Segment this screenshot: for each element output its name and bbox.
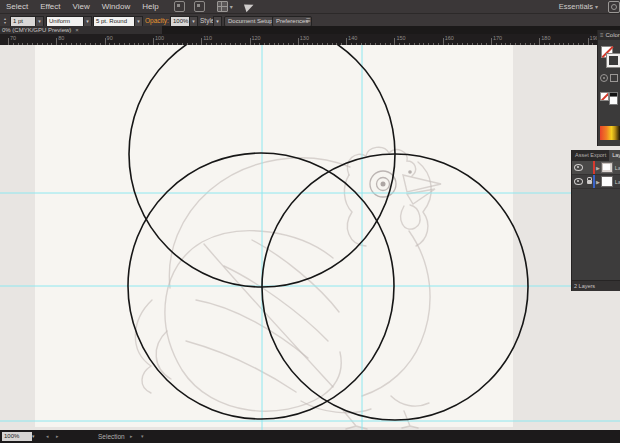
stroke-color-proxy[interactable]: [607, 54, 620, 67]
document-tab-title: 0% (CMYK/GPU Preview): [2, 26, 71, 34]
panel-menu-icon[interactable]: ≡: [600, 30, 604, 40]
stroke-weight-stepper[interactable]: ▴▾: [4, 16, 6, 25]
layers-count-status: 2 Layers: [572, 280, 620, 291]
ruler-label: 80: [58, 35, 64, 41]
disclosure-triangle-icon[interactable]: ▶: [596, 165, 600, 171]
visibility-eye-icon[interactable]: [574, 164, 583, 171]
status-bar: 100% ▾ ◂ ▸ Selection ▸ ▾: [0, 430, 620, 443]
canvas-svg: [0, 45, 620, 430]
ruler-label: 170: [493, 35, 502, 41]
control-bar: ▴▾ 1 pt ▾ Uniform ▾ 5 pt. Round ▾ Opacit…: [0, 13, 620, 27]
ruler-label: 150: [396, 35, 405, 41]
ruler-label: 90: [107, 35, 113, 41]
lock-cell[interactable]: [585, 180, 593, 184]
share-icon[interactable]: [244, 1, 255, 11]
workspace-switcher[interactable]: Essentials: [559, 2, 593, 11]
menubar: Select Effect View Window Help ▾ Essenti…: [0, 0, 620, 13]
ruler-label: 140: [348, 35, 357, 41]
color-panel-title: Color: [606, 30, 620, 40]
swap-colors-icon[interactable]: [610, 74, 618, 82]
layers-panel-tabs: Asset Export Layers: [572, 150, 620, 161]
artboard-next-icon[interactable]: ▸: [56, 433, 59, 439]
tab-close-icon[interactable]: ×: [75, 26, 79, 34]
artboard-canvas[interactable]: [0, 45, 620, 430]
layer-name[interactable]: Layer 2: [615, 179, 620, 185]
menu-select[interactable]: Select: [0, 0, 34, 13]
white-swatch[interactable]: [609, 96, 618, 105]
ruler[interactable]: 708090100110120130140150160170180190: [0, 34, 620, 45]
layer-name[interactable]: Layer 1: [615, 165, 620, 171]
workspace-caret-icon[interactable]: ▾: [595, 3, 598, 10]
color-spectrum-bar[interactable]: [600, 126, 620, 140]
bridge-icon[interactable]: [174, 1, 185, 12]
ruler-label: 160: [445, 35, 454, 41]
panel-menu-icon[interactable]: ≡: [306, 16, 311, 25]
tab-layers[interactable]: Layers: [609, 150, 620, 161]
ruler-label: 100: [155, 35, 164, 41]
arrange-documents-icon[interactable]: [217, 1, 228, 12]
ruler-label: 180: [541, 35, 550, 41]
status-menu-icon[interactable]: ▸: [130, 433, 133, 439]
layer-thumbnail[interactable]: [601, 162, 613, 173]
layer-thumbnail[interactable]: [601, 176, 613, 187]
document-tab[interactable]: 0% (CMYK/GPU Preview) ×: [0, 26, 162, 34]
ruler-label: 110: [203, 35, 212, 41]
color-panel: ≡ Color: [597, 30, 620, 146]
ruler-label: 130: [300, 35, 309, 41]
artboard-prev-icon[interactable]: ◂: [46, 433, 49, 439]
menu-help[interactable]: Help: [136, 0, 164, 13]
tab-asset-export[interactable]: Asset Export: [572, 150, 609, 161]
menu-effect[interactable]: Effect: [34, 0, 66, 13]
document-layout-icon[interactable]: [194, 1, 205, 12]
pencil-sketch-eye: [381, 182, 386, 187]
pencil-sketch-eye: [408, 170, 412, 174]
zoom-level-field[interactable]: 100%: [2, 432, 32, 441]
document-tab-bar: 0% (CMYK/GPU Preview) ×: [0, 26, 620, 34]
ruler-label: 70: [10, 35, 16, 41]
menu-window[interactable]: Window: [96, 0, 136, 13]
color-panel-header[interactable]: ≡ Color: [598, 30, 620, 40]
none-swatch[interactable]: [600, 92, 609, 101]
target-icon[interactable]: [600, 74, 608, 82]
layer-row-1[interactable]: ▶ Layer 1: [572, 161, 620, 175]
status-flyout-icon[interactable]: ▾: [141, 433, 144, 439]
menu-view[interactable]: View: [67, 0, 96, 13]
sketch-paper: [35, 45, 513, 427]
disclosure-triangle-icon[interactable]: ▶: [596, 179, 600, 185]
layer-row-2[interactable]: ▶ Layer 2: [572, 175, 620, 189]
layer-color-bar: [593, 161, 595, 174]
lock-icon[interactable]: [587, 180, 592, 184]
opacity-label[interactable]: Opacity:: [145, 16, 169, 25]
arrange-documents-caret-icon[interactable]: ▾: [230, 3, 233, 10]
visibility-eye-icon[interactable]: [574, 178, 583, 185]
current-tool-status: Selection: [98, 430, 125, 443]
search-icon[interactable]: [608, 1, 620, 13]
layers-panel: Asset Export Layers ▶ Layer 1 ▶ Layer 2 …: [571, 150, 620, 291]
zoom-caret-icon[interactable]: ▾: [32, 433, 35, 439]
ruler-label: 120: [252, 35, 261, 41]
layer-color-bar: [593, 175, 595, 188]
